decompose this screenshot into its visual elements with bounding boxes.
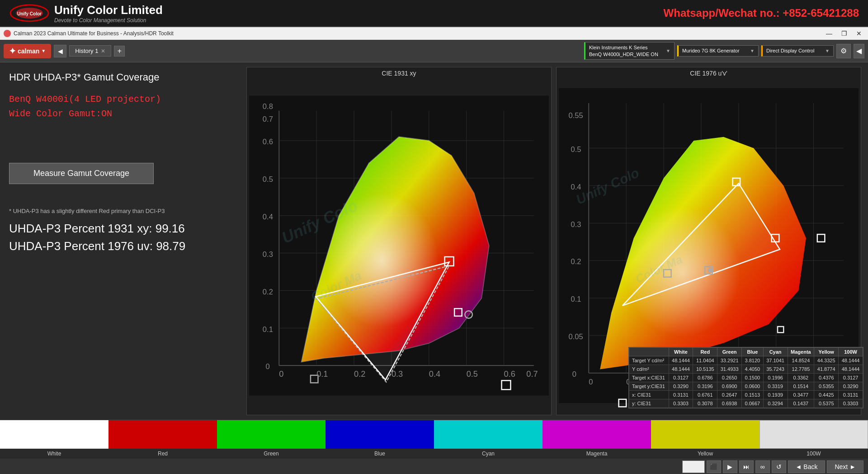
table-header-row: White Red Green Blue Cyan Magenta Yellow… [629,348,863,356]
table-cell-value: 0.1514 [788,382,814,391]
table-header-red: Red [693,348,717,356]
table-header-yellow: Yellow [814,348,839,356]
table-cell-value: 0.6938 [717,399,742,408]
table-cell-value: 41.8774 [814,365,839,374]
minimize-button[interactable]: — [823,30,835,37]
nav-square-1 [682,460,705,473]
table-cell-value: 44.3325 [814,356,839,365]
device3-arrow: ▼ [825,48,830,53]
measure-gamut-button[interactable]: Measure Gamut Coverage [9,163,154,184]
color-patch-magenta[interactable]: Magenta [542,420,651,459]
svg-text:0.2: 0.2 [263,288,273,296]
table-cell-value: 0.3127 [669,374,693,382]
table-cell-label: y: CIE31 [629,399,669,408]
nav-skip-button[interactable]: ⏭ [739,460,754,473]
history-close-button[interactable]: ✕ [101,48,105,54]
svg-text:0.1: 0.1 [263,325,273,334]
table-cell-value: 0.0667 [742,399,764,408]
history-tab[interactable]: History 1 ✕ [69,45,111,57]
table-cell-value: 0.3290 [669,382,693,391]
table-cell-value: 0.0600 [742,382,764,391]
device1-dropdown[interactable]: Klein Instruments K Series BenQ W4000i_H… [584,42,675,60]
left-panel: HDR UHDA-P3* Gamut Coverage BenQ W4000i(… [5,67,240,415]
table-cell-value: 0.6786 [693,374,717,382]
svg-text:0.2: 0.2 [354,369,365,379]
device1-line2: BenQ W4000i_HDR_WIDE ON [589,51,664,57]
cie1931-chart-container: CIE 1931 xy Unify Colo Color Ma [246,67,552,415]
table-cell-value: 0.1437 [788,399,814,408]
titlebar-controls[interactable]: — ❐ ✕ [823,30,864,37]
svg-text:0: 0 [265,362,269,371]
device2-dropdown[interactable]: Murideo 7G 8K Generator ▼ [677,45,759,56]
table-cell-label: Target y:CIE31 [629,382,669,391]
cie1931-svg: 0 0.1 0.2 0.3 0.4 0.5 0.6 0.7 0 0.1 0.2 … [249,79,549,412]
svg-text:0.4: 0.4 [571,183,581,191]
nav-play-button[interactable]: ▶ [723,460,737,473]
calman-menu-button[interactable]: ✦ calman ▼ [4,44,51,58]
color-patch-label-cyan: Cyan [482,450,495,457]
color-patch-green[interactable]: Green [217,420,326,459]
device2-text: Murideo 7G 8K Generator [682,47,748,54]
table-cell-value: 0.5355 [814,382,839,391]
collapse-button[interactable]: ◀ [854,44,864,58]
color-patch-label-red: Red [158,450,168,457]
svg-text:0.4: 0.4 [263,213,273,221]
table-cell-value: 0.1939 [763,391,788,399]
settings-button[interactable]: ⚙ [836,44,851,58]
table-cell-value: 48.1444 [669,365,693,374]
table-cell-value: 0.3196 [693,382,717,391]
nav-stop-button[interactable]: ⬛ [707,460,721,473]
svg-text:0.3: 0.3 [571,220,581,229]
color-patches-row: WhiteRedGreenBlueCyanMagentaYellow100W [0,420,868,459]
table-row: Y cd/m²48.144410.513531.49334.405035.724… [629,365,863,374]
svg-text:0.55: 0.55 [569,111,583,120]
back-button[interactable]: ◄ Back [788,460,826,473]
svg-text:0.2: 0.2 [571,257,581,266]
color-patch-cyan[interactable]: Cyan [434,420,542,459]
contact-info: Whatsapp/Wechat no.: +852-65421288 [664,7,859,19]
close-button[interactable]: ✕ [854,30,864,37]
percent-1931-xy: UHDA-P3 Percent 1931 xy: 99.16 [9,222,235,236]
table-cell-value: 0.1500 [742,374,764,382]
table-row: y: CIE310.33030.30780.69380.06670.32940.… [629,399,863,408]
color-patch-label-100w: 100W [807,450,821,457]
color-swatch-magenta [542,420,651,449]
nav-loop-button[interactable]: ∞ [755,460,770,473]
color-patch-blue[interactable]: Blue [326,420,434,459]
color-patch-white[interactable]: White [0,420,108,459]
svg-text:0.3: 0.3 [392,369,403,379]
table-cell-value: 0.4376 [814,374,839,382]
color-swatch-yellow [651,420,760,449]
table-cell-value: 0.4425 [814,391,839,399]
svg-text:0.8: 0.8 [263,102,273,111]
next-button[interactable]: Next ► [827,460,863,473]
device3-dropdown[interactable]: Direct Display Control ▼ [761,45,834,56]
cie1931-chart-title: CIE 1931 xy [249,70,549,77]
company-logo: Unify Color [9,2,50,24]
svg-text:0: 0 [279,369,283,379]
color-swatch-cyan [434,420,542,449]
table-header-empty [629,348,669,356]
svg-text:0.7: 0.7 [526,369,538,379]
company-subtitle: Devote to Color Management Solution [54,17,163,24]
table-cell-value: 0.3362 [788,374,814,382]
table-cell-value: 4.4050 [742,365,764,374]
table-header-magenta: Magenta [788,348,814,356]
color-swatch-blue [326,420,434,449]
cie1931-canvas: Unify Colo Color Ma [249,79,549,412]
nav-refresh-button[interactable]: ↺ [772,460,786,473]
device1-line1: Klein Instruments K Series [589,44,664,51]
restore-button[interactable]: ❐ [839,30,850,37]
table-cell-label: Y cd/m² [629,365,669,374]
nav-back-arrow[interactable]: ◀ [54,45,66,57]
device2-arrow: ▼ [750,48,755,53]
svg-point-67 [708,268,712,273]
table-cell-value: 0.3294 [763,399,788,408]
color-patch-100w[interactable]: 100W [760,420,868,459]
color-patch-red[interactable]: Red [108,420,217,459]
svg-text:Unify Color: Unify Color [17,11,42,16]
color-patch-yellow[interactable]: Yellow [651,420,760,459]
svg-text:0: 0 [572,370,576,379]
projector-line2: Wide Color Gamut:ON [9,107,235,121]
add-history-button[interactable]: + [114,46,125,57]
